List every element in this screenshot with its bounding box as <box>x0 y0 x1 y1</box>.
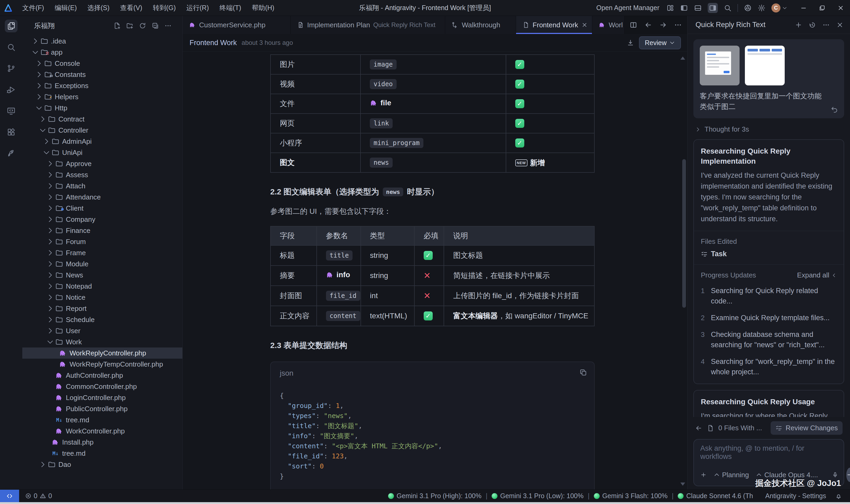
menu-item[interactable]: 编辑(E) <box>49 1 82 14</box>
progress-step[interactable]: 3Checking database schema and searching … <box>701 329 837 350</box>
account-menu[interactable]: C <box>771 3 787 13</box>
tree-item-attach[interactable]: Attach <box>22 180 183 192</box>
attachment-thumbnail-1[interactable] <box>700 46 740 85</box>
tree-item-client[interactable]: Client <box>22 203 183 214</box>
tree-item-tree.md[interactable]: M↓tree.md <box>22 414 183 426</box>
tree-item-uniapi[interactable]: UniApi <box>22 147 183 158</box>
microphone-icon[interactable] <box>832 472 838 478</box>
tree-item-frame[interactable]: Frame <box>22 247 183 258</box>
model-quota-item[interactable]: Gemini 3.1 Pro (High): 100% <box>388 492 482 500</box>
minimize-button[interactable] <box>800 4 807 12</box>
tree-item-approve[interactable]: Approve <box>22 158 183 169</box>
activity-explorer[interactable] <box>5 20 18 32</box>
activity-run-debug[interactable] <box>5 83 18 96</box>
tree-item-workreplytempcontroller.php[interactable]: WorkReplyTempController.php <box>22 359 183 370</box>
model-quota-item[interactable]: Gemini 3 Flash: 100% <box>594 492 667 500</box>
tree-item-news[interactable]: News <box>22 270 183 281</box>
menu-item[interactable]: 查看(V) <box>115 1 148 14</box>
more-icon[interactable] <box>164 22 172 30</box>
tree-item-contract[interactable]: Contract <box>22 113 183 125</box>
menu-item[interactable]: 选择(S) <box>82 1 115 14</box>
tree-item-work[interactable]: Work <box>22 336 183 347</box>
close-panel-icon[interactable] <box>836 21 844 29</box>
tree-item-controller[interactable]: Controller <box>22 125 183 136</box>
menu-item[interactable]: 终端(T) <box>214 1 247 14</box>
tree-item-dao[interactable]: Dao <box>22 459 183 470</box>
planning-mode-selector[interactable]: Planning <box>714 471 749 479</box>
tree-item-user[interactable]: User <box>22 325 183 336</box>
scroll-down-arrow[interactable] <box>680 483 685 486</box>
open-agent-manager-button[interactable]: Open Agent Manager <box>596 4 659 12</box>
close-window-button[interactable] <box>837 4 844 12</box>
new-file-icon[interactable] <box>114 22 121 30</box>
copy-icon[interactable] <box>579 368 587 376</box>
back-arrow-icon[interactable] <box>695 425 702 432</box>
tree-item-console[interactable]: Console <box>22 58 183 69</box>
editor-scrollbar[interactable] <box>682 159 686 308</box>
activity-search[interactable] <box>5 41 18 54</box>
tree-item-helpers[interactable]: Helpers <box>22 91 183 102</box>
search-icon[interactable] <box>724 4 732 12</box>
tree-item-schedule[interactable]: Schedule <box>22 314 183 325</box>
model-selector[interactable]: Claude Opus 4.... <box>756 471 818 479</box>
tree-item-notepad[interactable]: Notepad <box>22 281 183 292</box>
collapse-all-icon[interactable] <box>152 22 159 30</box>
download-icon[interactable] <box>627 39 634 47</box>
model-quota-item[interactable]: Gemini 3.1 Pro (Low): 100% <box>492 492 584 500</box>
expand-all-button[interactable]: Expand all <box>797 271 837 279</box>
tree-item-authcontroller.php[interactable]: AuthController.php <box>22 370 183 381</box>
activity-extensions[interactable] <box>5 126 18 139</box>
tree-item-install.php[interactable]: Install.php <box>22 437 183 448</box>
tree-item-.idea[interactable]: .idea <box>22 36 183 47</box>
tab-implementation-plan[interactable]: Implementation PlanQuick Reply Rich Text <box>291 16 445 34</box>
toggle-right-panel-button[interactable] <box>708 3 718 13</box>
tree-item-company[interactable]: Company <box>22 214 183 225</box>
menu-item[interactable]: 运行(R) <box>181 1 214 14</box>
tree-item-logincontroller.php[interactable]: LoginController.php <box>22 392 183 403</box>
tree-item-assess[interactable]: Assess <box>22 169 183 180</box>
history-icon[interactable] <box>809 21 816 29</box>
browser-icon[interactable] <box>744 4 752 12</box>
tree-item-commoncontroller.php[interactable]: CommonController.php <box>22 381 183 392</box>
tree-item-finance[interactable]: Finance <box>22 225 183 236</box>
activity-remote-explorer[interactable] <box>5 105 18 117</box>
navigate-back-icon[interactable] <box>644 21 652 29</box>
tree-item-exceptions[interactable]: Exceptions <box>22 80 183 91</box>
activity-source-control[interactable] <box>5 62 18 75</box>
restore-button[interactable] <box>819 4 826 12</box>
tree-item-forum[interactable]: Forum <box>22 236 183 247</box>
tree-item-report[interactable]: Report <box>22 303 183 314</box>
tree-item-constants[interactable]: Constants <box>22 69 183 80</box>
tree-item-module[interactable]: Module <box>22 258 183 270</box>
review-button[interactable]: Review <box>639 36 681 49</box>
tree-item-workreplycontroller.php[interactable]: WorkReplyController.php <box>22 347 183 359</box>
add-attachment-icon[interactable] <box>700 472 707 478</box>
tab-customerservice.php[interactable]: CustomerService.php <box>183 16 291 34</box>
scroll-up-arrow[interactable] <box>680 56 685 60</box>
tree-item-app[interactable]: app <box>22 47 183 58</box>
tree-item-adminapi[interactable]: AdminApi <box>22 136 183 147</box>
tree-item-tree.md[interactable]: M↓tree.md <box>22 448 183 459</box>
close-tab-icon[interactable] <box>582 22 588 28</box>
progress-step[interactable]: 4Searching for "work_reply_temp" in the … <box>701 357 837 377</box>
agent-manager-grid-icon[interactable] <box>666 4 674 12</box>
undo-icon[interactable] <box>830 106 838 113</box>
settings-label[interactable]: Antigravity - Settings <box>765 492 826 500</box>
menu-item[interactable]: 帮助(H) <box>247 1 280 14</box>
tree-item-publiccontroller.php[interactable]: PublicController.php <box>22 403 183 414</box>
model-quota-item[interactable]: Claude Sonnet 4.6 (Th <box>678 492 753 500</box>
toggle-bottom-panel-icon[interactable] <box>694 4 702 12</box>
navigate-forward-icon[interactable] <box>659 21 667 29</box>
more-icon[interactable] <box>822 21 830 29</box>
thought-toggle[interactable]: Thought for 3s <box>695 125 843 133</box>
tree-item-notice[interactable]: Notice <box>22 292 183 303</box>
gear-icon[interactable] <box>758 4 766 12</box>
tree-item-http[interactable]: Http <box>22 102 183 113</box>
new-conversation-icon[interactable] <box>795 21 802 29</box>
tab-walkthrough[interactable]: Walkthrough <box>445 16 516 34</box>
toggle-left-panel-icon[interactable] <box>680 4 688 12</box>
refresh-icon[interactable] <box>139 22 146 30</box>
more-actions-icon[interactable] <box>674 21 682 29</box>
attachment-thumbnail-2[interactable] <box>745 46 785 85</box>
problems-indicator[interactable]: 0 0 <box>25 492 52 500</box>
